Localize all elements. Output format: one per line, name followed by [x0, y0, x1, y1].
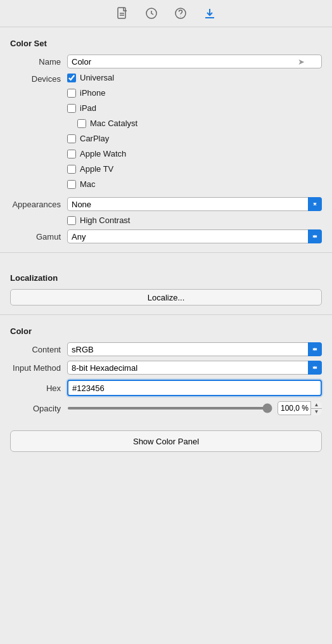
high-contrast-row: High Contrast — [10, 216, 322, 225]
name-label: Name — [10, 57, 67, 67]
content-label: Content — [10, 345, 67, 354]
device-apple-watch-checkbox[interactable] — [67, 150, 76, 158]
help-icon[interactable] — [174, 6, 188, 20]
device-universal-label: Universal — [80, 73, 114, 82]
opacity-slider[interactable] — [67, 407, 272, 409]
device-carplay-label: CarPlay — [80, 134, 109, 143]
opacity-label: Opacity — [10, 404, 67, 413]
opacity-stepper: ▲ ▼ — [310, 401, 322, 415]
device-carplay-checkbox[interactable] — [67, 134, 76, 143]
input-method-select-wrap: 8-bit Hexadecimal 8-bit Component Floati… — [67, 361, 322, 375]
opacity-stepper-up[interactable]: ▲ — [311, 401, 322, 409]
gamut-label: Gamut — [10, 232, 67, 242]
device-iphone-row: iPhone — [67, 88, 137, 98]
high-contrast-checkbox[interactable] — [67, 216, 76, 225]
localize-button[interactable]: Localize... — [10, 289, 322, 306]
content-select[interactable]: sRGB Display P3 Generic RGB Gray Gamma 2… — [67, 342, 322, 356]
device-ipad-label: iPad — [80, 103, 96, 113]
localization-panel: Localization Localize... — [0, 262, 332, 314]
input-method-label: Input Method — [10, 363, 67, 373]
document-icon[interactable] — [115, 6, 129, 20]
appearances-label: Appearances — [10, 200, 67, 209]
device-ipad-checkbox[interactable] — [67, 104, 76, 113]
device-apple-watch-label: Apple Watch — [80, 149, 126, 158]
appearances-select[interactable]: None Any, Dark Any, Light, Dark — [67, 197, 322, 211]
input-method-select[interactable]: 8-bit Hexadecimal 8-bit Component Floati… — [67, 361, 322, 375]
history-icon[interactable] — [144, 6, 158, 20]
devices-row: Devices Universal iPhone iPad Mac Cataly… — [10, 73, 322, 192]
color-set-panel: Color Set Name ➤ Devices Universal iPhon… — [0, 27, 332, 243]
hex-field-wrap — [67, 380, 322, 396]
show-color-panel-button[interactable]: Show Color Panel — [10, 430, 322, 452]
color-title: Color — [10, 326, 322, 336]
appearances-row: Appearances None Any, Dark Any, Light, D… — [10, 197, 322, 211]
device-apple-tv-label: Apple TV — [80, 164, 113, 174]
device-mac-label: Mac — [80, 179, 96, 189]
name-input[interactable] — [67, 55, 322, 68]
device-mac-catalyst-row: Mac Catalyst — [67, 119, 137, 128]
svg-point-5 — [181, 16, 181, 17]
device-apple-watch-row: Apple Watch — [67, 149, 137, 158]
high-contrast-wrap: High Contrast — [67, 216, 322, 225]
hex-label: Hex — [10, 383, 67, 393]
device-mac-catalyst-label: Mac Catalyst — [90, 119, 137, 128]
gamut-select[interactable]: Any sRGB P3 — [67, 229, 322, 243]
device-mac-checkbox[interactable] — [67, 180, 76, 189]
hex-input[interactable] — [67, 380, 322, 396]
devices-label: Devices — [10, 73, 67, 84]
localization-title: Localization — [10, 273, 322, 283]
download-icon[interactable] — [203, 6, 217, 20]
opacity-stepper-down[interactable]: ▼ — [311, 409, 322, 416]
appearances-select-wrap: None Any, Dark Any, Light, Dark — [67, 197, 322, 211]
name-clear-icon[interactable]: ➤ — [298, 57, 305, 67]
device-apple-tv-row: Apple TV — [67, 164, 137, 174]
content-row: Content sRGB Display P3 Generic RGB Gray… — [10, 342, 322, 356]
opacity-row: Opacity ▲ ▼ — [10, 401, 322, 415]
name-field-wrap: ➤ — [67, 55, 322, 68]
hex-row: Hex — [10, 380, 322, 396]
device-carplay-row: CarPlay — [67, 134, 137, 143]
device-iphone-label: iPhone — [80, 88, 105, 98]
device-universal-checkbox[interactable] — [67, 74, 76, 82]
content-select-wrap: sRGB Display P3 Generic RGB Gray Gamma 2… — [67, 342, 322, 356]
gamut-select-wrap: Any sRGB P3 — [67, 229, 322, 243]
color-panel: Color Content sRGB Display P3 Generic RG… — [0, 315, 332, 415]
high-contrast-label: High Contrast — [80, 216, 130, 225]
device-ipad-row: iPad — [67, 103, 137, 113]
device-mac-row: Mac — [67, 179, 137, 189]
color-set-title: Color Set — [10, 39, 322, 48]
toolbar — [0, 0, 332, 27]
name-row: Name ➤ — [10, 55, 322, 68]
gamut-row: Gamut Any sRGB P3 — [10, 229, 322, 243]
device-universal-row: Universal — [67, 73, 137, 82]
device-apple-tv-checkbox[interactable] — [67, 165, 76, 174]
bottom-section: Show Color Panel — [0, 420, 332, 462]
devices-list: Universal iPhone iPad Mac Catalyst CarPl… — [67, 73, 137, 192]
device-iphone-checkbox[interactable] — [67, 89, 76, 98]
input-method-row: Input Method 8-bit Hexadecimal 8-bit Com… — [10, 361, 322, 375]
device-mac-catalyst-checkbox[interactable] — [77, 119, 86, 128]
opacity-slider-wrap: ▲ ▼ — [67, 401, 322, 415]
opacity-value-wrap: ▲ ▼ — [278, 401, 322, 415]
